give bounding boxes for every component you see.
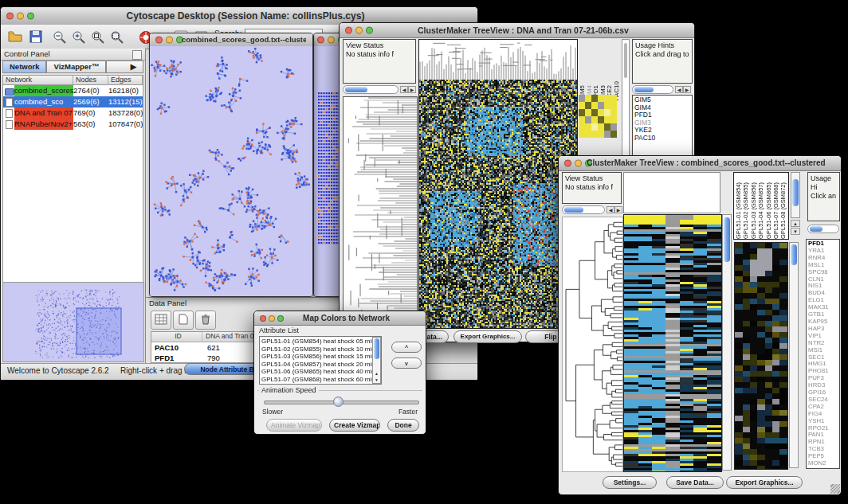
slower-label: Slower [262,408,283,416]
attribute-item[interactable]: GPL51-07 (GSM868) heat shock 60 min [261,376,379,384]
network-row[interactable]: combined_scores 2764(0) 16218(0) [3,85,143,96]
scroll-left-arrow[interactable]: ◀ [675,86,683,93]
network-row[interactable]: combined_sco 2569(6) 13112(15) [3,96,143,107]
network-view-titlebar[interactable]: combined_scores_good.txt--cluste... [150,33,312,47]
scroll-left-arrow[interactable]: ◀ [400,86,408,93]
column-label[interactable]: GPL51-02 (GSM855) [743,182,750,239]
zoom-vscrollbar[interactable] [789,242,799,468]
scroll-thumb[interactable] [792,179,799,206]
scroll-thumb[interactable] [374,338,379,359]
settings-button[interactable]: Settings... [603,476,657,489]
scroll-thumb[interactable] [564,207,583,213]
delete-attribute-button[interactable] [195,311,216,330]
scroll-down-arrow[interactable]: ▼ [791,228,800,235]
tab-overflow-arrow[interactable]: ▶ [106,61,143,73]
network-nodes-count: 563(0) [73,119,108,130]
column-label[interactable]: GPL51-08 (GSM872) [780,182,787,239]
export-graphics-button[interactable]: Export Graphics... [453,330,522,343]
row-dendrogram-canvas[interactable] [562,217,623,472]
resize-grip[interactable] [830,484,840,494]
attribute-item[interactable]: GPL51-01 (GSM854) heat shock 05 min [261,338,379,346]
move-up-button[interactable]: ^ [391,342,422,353]
summary-matrix-canvas[interactable] [579,95,617,138]
create-vizmap-button[interactable]: Create Vizmap [329,419,380,432]
scroll-thumb[interactable] [810,226,822,232]
close-button[interactable] [6,13,14,20]
animate-vizmap-button[interactable]: Animate Vizmap [266,419,322,432]
float-panel-icon[interactable] [132,50,142,60]
global-view-frame [418,39,578,329]
map-colors-dialog: Map Colors to Network Attribute List GPL… [253,311,426,435]
column-nodes[interactable]: Nodes [73,76,108,84]
attribute-item[interactable]: GPL51-04 (GSM857) heat shock 20 min [261,361,379,369]
usage-hints-title: Usage Hi [811,174,837,192]
done-button[interactable]: Done [387,419,419,432]
attribute-item[interactable]: GPL51-06 (GSM865) heat shock 40 min [261,368,379,376]
scroll-thumb[interactable] [624,43,627,78]
row-dendrogram-canvas[interactable] [343,96,418,329]
network-graph-canvas[interactable] [150,46,312,296]
heatmap-vscrollbar[interactable] [722,214,732,471]
scroll-thumb[interactable] [791,244,797,265]
zoom-hscrollbar[interactable] [562,205,605,214]
save-data-button[interactable]: Save Data... [666,476,724,489]
gene-label[interactable]: MON2 [808,460,839,467]
column-dendrogram-canvas[interactable] [419,40,577,80]
global-heatmap-canvas[interactable] [419,80,577,328]
hints-hscrollbar[interactable] [807,225,839,233]
view-status-panel: View Status No status info f [343,39,416,84]
scroll-thumb[interactable] [345,87,367,92]
scroll-thumb[interactable] [634,87,654,92]
network-table-header: Network Nodes Edges [2,75,143,85]
scroll-down-arrow[interactable]: ▼ [373,377,380,382]
column-label[interactable]: GPL51-04 (GSM857) [758,182,765,239]
network-overview-canvas[interactable] [2,282,144,362]
open-file-button[interactable] [6,28,25,47]
close-button[interactable] [564,160,571,167]
network-row[interactable]: RNAPuberNov2+ 563(0) 107847(0) [3,119,143,130]
attribute-list-vscrollbar[interactable]: ▲ ▼ [372,337,381,384]
close-button[interactable] [155,37,163,44]
zoom-heatmap-canvas[interactable] [734,242,788,470]
scroll-up-arrow[interactable]: ▲ [373,371,380,376]
zoom-out-icon [53,30,67,45]
minimize-button[interactable] [328,37,335,44]
network-row[interactable]: DNA and Tran 07 769(0) 183728(0) [3,107,143,119]
export-graphics-button[interactable]: Export Graphics... [726,476,803,489]
attribute-item[interactable]: GPL51-03 (GSM856) heat shock 15 min [261,353,379,361]
minimize-button[interactable] [166,37,173,44]
id-column-header[interactable]: ID [151,332,202,342]
treeview1-titlebar[interactable]: ClusterMaker TreeView : DNA and Tran 07-… [340,23,694,38]
dialog-titlebar[interactable]: Map Colors to Network [254,311,426,326]
column-network[interactable]: Network [3,76,73,84]
close-button[interactable] [260,315,266,322]
scroll-thumb[interactable] [724,217,730,262]
zoom-out-button[interactable] [50,28,69,47]
zoom-in-button[interactable] [69,28,88,47]
labels-vscrollbar[interactable] [791,172,800,218]
network-row-icon [6,120,13,129]
zoom-fit-button[interactable] [108,28,127,47]
scroll-right-arrow[interactable]: ▶ [408,86,416,93]
attribute-select-button[interactable] [151,311,171,330]
tab-network[interactable]: Network [2,61,46,73]
close-button[interactable] [317,37,324,44]
save-button[interactable] [26,28,45,47]
scroll-up-arrow[interactable]: ▲ [791,220,800,227]
close-button[interactable] [345,27,352,34]
tab-vizmapper[interactable]: VizMapper™ [46,61,106,73]
new-attribute-button[interactable] [173,311,194,330]
hints-hscrollbar[interactable] [632,85,673,94]
gene-label[interactable]: PAC10 [634,135,692,143]
column-edges[interactable]: Edges [108,76,143,84]
main-heatmap-canvas[interactable] [623,214,722,472]
zoom-selected-button[interactable] [88,28,108,47]
attribute-item[interactable]: GPL51-02 (GSM855) heat shock 10 min [261,346,379,354]
move-down-button[interactable]: v [391,357,422,369]
slider-thumb[interactable] [333,397,344,407]
treeview2-titlebar[interactable]: ClusterMaker TreeView : combined_scores_… [559,156,841,171]
scroll-right-arrow[interactable]: ▶ [683,86,691,93]
zoom-hscrollbar[interactable] [343,85,398,94]
scroll-right-arrow[interactable]: ▶ [614,206,622,213]
scroll-left-arrow[interactable]: ◀ [607,206,614,213]
